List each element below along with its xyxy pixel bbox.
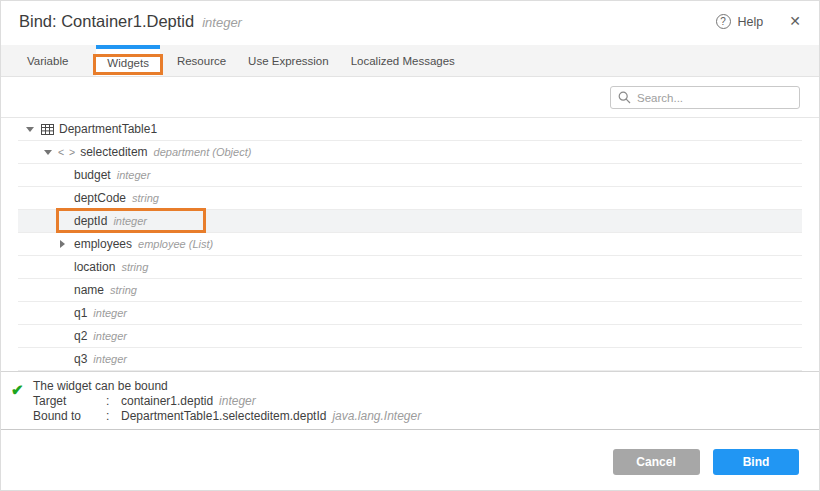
dialog-title-type: integer <box>202 15 242 30</box>
status-boundto-line: Bound to : DepartmentTable1.selecteditem… <box>33 409 819 424</box>
tree-row-type: integer <box>93 307 127 319</box>
bind-dialog: Bind: Container1.Deptidinteger ? Help ✕ … <box>0 0 820 491</box>
tree-row-label: deptId <box>74 214 107 228</box>
tab-use-expression[interactable]: Use Expression <box>237 45 340 76</box>
tree-row-type: employee (List) <box>138 238 213 250</box>
tree-row-label: DepartmentTable1 <box>59 122 157 136</box>
tree-row-label: q1 <box>74 306 87 320</box>
tree-row-label: q2 <box>74 329 87 343</box>
tree-row-selecteditem[interactable]: < > selecteditem department (Object) <box>18 141 802 164</box>
tree-row-q3[interactable]: q3 integer <box>18 348 802 371</box>
cancel-button[interactable]: Cancel <box>613 449 700 475</box>
tree-row-type: department (Object) <box>154 146 252 158</box>
tree-row-type: integer <box>117 169 151 181</box>
tab-resource[interactable]: Resource <box>166 45 237 76</box>
close-icon[interactable]: ✕ <box>789 14 801 29</box>
tree-row-budget[interactable]: budget integer <box>18 164 802 187</box>
help-link[interactable]: Help <box>738 15 764 29</box>
code-brackets-icon: < > <box>58 146 76 158</box>
widget-tree: DepartmentTable1 < > selecteditem depart… <box>1 118 819 372</box>
caret-down-icon[interactable] <box>44 150 52 155</box>
tree-row-q2[interactable]: q2 integer <box>18 325 802 348</box>
caret-right-icon[interactable] <box>60 240 65 248</box>
tree-row-location[interactable]: location string <box>18 256 802 279</box>
tree-row-label: deptCode <box>74 191 126 205</box>
dialog-footer: Cancel Bind <box>1 430 819 490</box>
tree-row-label: employees <box>74 237 132 251</box>
tree-row-deptid[interactable]: deptId integer <box>18 210 802 233</box>
tab-widgets-label: Widgets <box>107 57 149 69</box>
tree-row-type: integer <box>113 215 147 227</box>
search-input[interactable] <box>610 86 800 109</box>
target-type: integer <box>219 394 256 409</box>
tree-row-label: q3 <box>74 352 87 366</box>
tree-row-label: budget <box>74 168 111 182</box>
tree-row-label: location <box>74 260 115 274</box>
dialog-header: Bind: Container1.Deptidinteger ? Help ✕ <box>1 1 819 45</box>
tree-row-type: string <box>110 284 137 296</box>
tree-row-type: integer <box>93 353 127 365</box>
tree-row-type: integer <box>93 330 127 342</box>
boundto-type: java.lang.Integer <box>332 409 421 424</box>
tree-row-departmenttable1[interactable]: DepartmentTable1 <box>18 118 802 141</box>
help-icon[interactable]: ? <box>716 14 731 29</box>
tree-row-type: string <box>132 192 159 204</box>
tab-widgets[interactable]: Widgets <box>96 45 160 76</box>
boundto-value: DepartmentTable1.selecteditem.deptId <box>121 409 326 424</box>
check-icon: ✔ <box>11 381 24 399</box>
bind-button[interactable]: Bind <box>713 449 799 475</box>
tree-row-deptcode[interactable]: deptCode string <box>18 187 802 210</box>
tab-variable[interactable]: Variable <box>16 45 79 76</box>
status-message: The widget can be bound <box>33 379 819 394</box>
target-value: container1.deptid <box>121 394 213 409</box>
boundto-label: Bound to <box>33 409 106 424</box>
tree-row-label: name <box>74 283 104 297</box>
tab-localized-messages[interactable]: Localized Messages <box>340 45 466 76</box>
tab-bar: Variable Widgets Resource Use Expression… <box>1 45 819 77</box>
tree-row-q1[interactable]: q1 integer <box>18 302 802 325</box>
dialog-title: Bind: Container1.Deptid <box>19 12 194 30</box>
tree-row-name[interactable]: name string <box>18 279 802 302</box>
search-bar <box>1 77 819 118</box>
bind-status-panel: ✔ The widget can be bound Target : conta… <box>1 372 819 430</box>
search-icon <box>618 91 631 104</box>
status-target-line: Target : container1.deptid integer <box>33 394 819 409</box>
target-label: Target <box>33 394 106 409</box>
tree-row-type: string <box>121 261 148 273</box>
tree-row-label: selecteditem <box>80 145 147 159</box>
caret-down-icon[interactable] <box>26 127 34 132</box>
tree-row-employees[interactable]: employees employee (List) <box>18 233 802 256</box>
table-icon <box>41 124 54 135</box>
